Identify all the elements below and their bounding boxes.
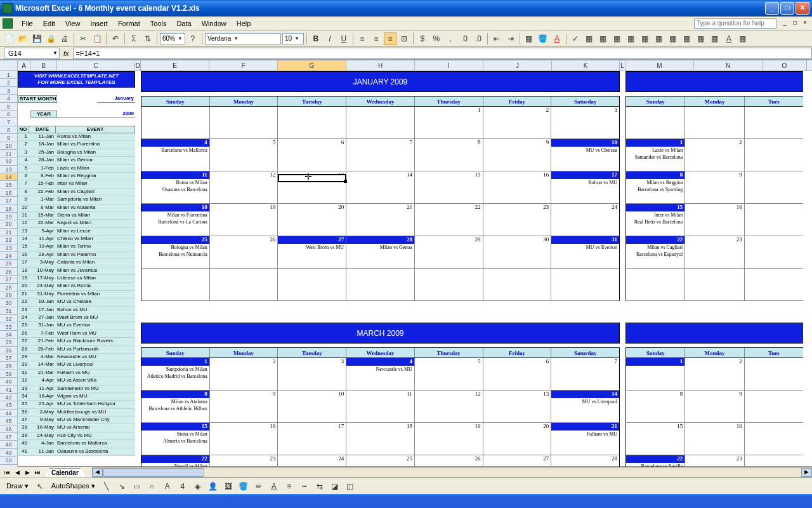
sheet-tab-calendar[interactable]: Calendar <box>44 468 86 477</box>
calendar-cell[interactable]: 9 <box>685 171 744 203</box>
increase-decimal-icon[interactable]: .0 <box>458 32 471 45</box>
calendar-cell[interactable] <box>626 269 685 300</box>
calendar-cell[interactable]: 19 <box>210 204 278 236</box>
event-row[interactable]: 3525-AprMU vs Tottenham Hotspur <box>18 401 135 408</box>
open-icon[interactable]: 📂 <box>16 32 29 45</box>
event-row[interactable]: 2427-JanWest Brom vs MU <box>18 314 135 322</box>
row-header[interactable]: 6 <box>0 110 17 118</box>
calendar-cell[interactable] <box>551 269 619 300</box>
calendar-cell[interactable]: 26 <box>415 455 483 467</box>
event-row[interactable]: 379-MayMU vs Manchester City <box>18 417 135 424</box>
event-row[interactable]: 68-FebMilan vs Reggina <box>18 173 135 180</box>
font-color-icon[interactable]: A <box>723 32 735 45</box>
calendar-cell[interactable]: 15Siena vs MilanAlmeria vs Barcelona <box>141 423 210 455</box>
calendar-cell[interactable] <box>626 107 685 138</box>
row-header[interactable]: 37 <box>0 354 17 362</box>
row-header[interactable]: 25 <box>0 260 17 267</box>
row-header[interactable]: 27 <box>0 276 17 283</box>
event-row[interactable]: 91-MarSampdoria vs Milan <box>18 196 135 204</box>
calendar-cell[interactable]: 23 <box>483 204 552 236</box>
event-row[interactable]: 267-FebWest Ham vs MU <box>18 330 135 338</box>
column-header[interactable]: K <box>552 60 620 70</box>
calendar-cell[interactable] <box>745 107 803 138</box>
calendar-cell[interactable] <box>745 139 803 171</box>
calendar-cell[interactable]: 25Bologna vs MilanBarcelona vs Numancia <box>141 236 210 268</box>
menu-file[interactable]: File <box>16 18 38 29</box>
event-row[interactable]: 325-JanBologna vs Milan <box>18 149 135 157</box>
tab-nav-last-icon[interactable]: ⏭ <box>33 469 42 476</box>
row-header[interactable]: 35 <box>0 338 17 346</box>
row-header[interactable]: 45 <box>0 417 17 425</box>
3d-icon[interactable]: ◫ <box>344 480 357 493</box>
row-header[interactable]: 13 <box>0 166 17 173</box>
calendar-cell[interactable]: 11Roma vs MilanOsasuna vs Barcelona <box>141 171 210 203</box>
calendar-cell[interactable] <box>278 107 346 138</box>
event-row[interactable]: 2131-MayFiorentina vs Milan <box>18 291 135 298</box>
start-month-value[interactable]: January <box>97 95 135 103</box>
tool-icon[interactable]: ▦ <box>653 32 665 45</box>
percent-icon[interactable]: % <box>430 32 443 45</box>
event-row[interactable]: 51-FebLazio vs Milan <box>18 165 135 173</box>
calendar-cell[interactable]: 8 <box>415 139 483 171</box>
draw-menu[interactable]: Draw ▾ <box>4 482 31 490</box>
save-icon[interactable]: 💾 <box>30 32 43 45</box>
calendar-cell[interactable] <box>685 269 744 300</box>
cell-area[interactable]: VISIT WWW.EXCELTEMPLATE.NET FOR MORE EXC… <box>18 71 812 467</box>
zoom-combo[interactable]: 60%▼ <box>160 33 185 44</box>
event-row[interactable]: 173-MayCatania vs Milan <box>18 259 135 267</box>
calendar-cell[interactable] <box>483 269 552 300</box>
event-row[interactable]: 1411-AprChievo vs Milan <box>18 236 135 243</box>
autoshapes-menu[interactable]: AutoShapes ▾ <box>49 482 98 490</box>
row-header[interactable]: 21 <box>0 229 17 236</box>
calendar-cell[interactable] <box>745 269 803 300</box>
calendar-cell[interactable]: 4Newcastle vs MU <box>346 358 415 390</box>
column-header[interactable]: M <box>625 60 694 70</box>
row-header[interactable]: 8 <box>0 126 17 134</box>
tool-icon[interactable]: ✓ <box>569 32 582 45</box>
calendar-cell[interactable] <box>745 455 803 467</box>
calendar-cell[interactable]: 23 <box>685 455 744 467</box>
calendar-cell[interactable]: 8 <box>626 391 685 422</box>
row-header[interactable]: 44 <box>0 410 17 417</box>
row-header[interactable]: 20 <box>0 220 17 228</box>
decrease-decimal-icon[interactable]: .0 <box>472 32 485 45</box>
column-header[interactable]: D <box>135 60 141 70</box>
row-header[interactable]: 51 <box>0 465 17 467</box>
calendar-cell[interactable]: 12 <box>415 391 483 422</box>
row-header[interactable]: 32 <box>0 315 17 323</box>
menu-help[interactable]: Help <box>232 18 256 29</box>
calendar-cell[interactable]: 3 <box>278 358 346 390</box>
column-header[interactable]: H <box>346 60 415 70</box>
wordart-icon[interactable]: 4 <box>176 480 189 493</box>
event-row[interactable]: 1626-AprMilan vs Palermo <box>18 251 135 259</box>
calendar-cell[interactable]: 9 <box>685 391 744 422</box>
calendar-cell[interactable] <box>141 269 210 300</box>
event-row[interactable]: 3816-MayMU vs Arsenal <box>18 424 135 432</box>
menu-edit[interactable]: Edit <box>38 18 60 29</box>
align-center-icon[interactable]: ≡ <box>370 32 383 45</box>
event-row[interactable]: 715-FebInter vs Milan <box>18 180 135 188</box>
calendar-cell[interactable] <box>415 269 483 300</box>
row-header[interactable]: 40 <box>0 378 17 385</box>
row-header[interactable]: 7 <box>0 118 17 126</box>
calendar-cell[interactable]: 15 <box>626 423 685 455</box>
column-header[interactable]: C <box>57 60 135 70</box>
row-header[interactable]: 29 <box>0 291 17 299</box>
row-header[interactable]: 14 <box>0 173 17 181</box>
calendar-cell[interactable]: 21 <box>346 204 415 236</box>
row-header[interactable]: 47 <box>0 433 17 441</box>
event-row[interactable]: 1115-MarSiena vs Milan <box>18 212 135 220</box>
calendar-cell[interactable]: 7 <box>551 358 619 390</box>
calendar-cell[interactable] <box>210 269 278 300</box>
doc-minimize-button[interactable]: _ <box>780 19 789 28</box>
align-left-icon[interactable]: ≡ <box>356 32 369 45</box>
calendar-cell[interactable]: 18Milan vs FiorentinaBarcelona vs La Cor… <box>141 204 210 236</box>
column-header[interactable]: N <box>694 60 763 70</box>
menu-tools[interactable]: Tools <box>145 18 172 29</box>
calendar-cell[interactable]: 8Milan vs RegginaBarcelona vs Sporting <box>626 171 685 203</box>
calendar-cell[interactable] <box>745 236 803 268</box>
font-name-combo[interactable]: Verdana▼ <box>205 33 281 44</box>
calendar-cell[interactable]: 9 <box>483 139 552 171</box>
calendar-cell[interactable]: 15 <box>415 171 483 203</box>
tool-icon[interactable]: ▦ <box>681 32 693 45</box>
